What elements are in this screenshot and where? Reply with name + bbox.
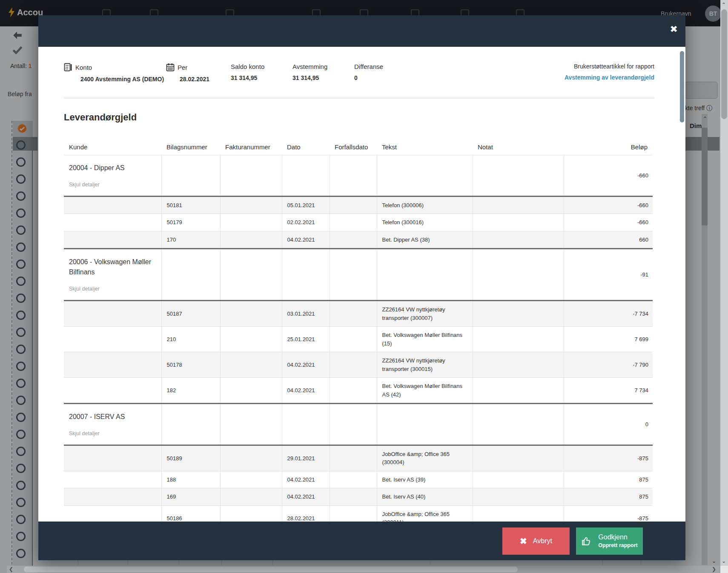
support-article-link[interactable]: Avstemming av leverandørgjeld bbox=[565, 74, 654, 81]
cell-dato: 04.02.2021 bbox=[282, 352, 330, 378]
toggle-details-link[interactable]: Skjul detaljer bbox=[69, 174, 156, 191]
cell-fakturanummer bbox=[220, 196, 282, 214]
cell-kunde bbox=[64, 196, 161, 214]
vertical-scrollbar-thumb[interactable] bbox=[721, 9, 727, 119]
cell-bilagsnummer: 50178 bbox=[161, 352, 220, 378]
konto-label: Konto bbox=[75, 64, 92, 71]
horizontal-scrollbar[interactable]: ❮ ❯ bbox=[7, 566, 719, 573]
group-forfallsdato-cell bbox=[330, 155, 377, 197]
group-forfallsdato-cell bbox=[330, 404, 377, 445]
header-dato: Dato bbox=[282, 141, 330, 155]
avstemming-value: 31 314,95 bbox=[292, 74, 354, 81]
cell-belop: -875 bbox=[564, 445, 653, 471]
cell-forfallsdato bbox=[330, 488, 377, 506]
cell-forfallsdato bbox=[330, 378, 377, 404]
cell-tekst: ZZ26164 VW nyttkjøretøy transporter (300… bbox=[377, 301, 473, 327]
cell-dato: 28.02.2021 bbox=[282, 505, 330, 522]
cell-tekst: Telefon (300006) bbox=[377, 196, 473, 214]
report-modal: ✖ Konto 2400 Avstemming AS (DEMO) Per 28… bbox=[38, 15, 685, 560]
detail-row: 5017804.02.2021ZZ26164 VW nyttkjøretøy t… bbox=[64, 352, 653, 378]
detail-row: 18204.02.2021Bet. Volkswagen Møller Bilf… bbox=[64, 378, 653, 404]
report-table-body: 20004 - Dipper ASSkjul detaljer-66050181… bbox=[64, 155, 653, 522]
scroll-left-icon[interactable]: ❮ bbox=[9, 566, 13, 572]
toggle-details-link[interactable]: Skjul detaljer bbox=[69, 278, 156, 296]
info-saldo: Saldo konto 31 314,95 bbox=[231, 63, 292, 81]
group-forfallsdato-cell bbox=[330, 249, 377, 301]
calendar-icon bbox=[166, 63, 175, 71]
group-name: 20004 - Dipper AS bbox=[69, 160, 156, 174]
cell-notat bbox=[473, 231, 564, 249]
cell-fakturanummer bbox=[220, 378, 282, 404]
cell-bilagsnummer: 210 bbox=[161, 327, 220, 352]
cancel-x-icon: ✖ bbox=[520, 536, 527, 546]
cell-dato: 04.02.2021 bbox=[282, 378, 330, 404]
cell-bilagsnummer: 169 bbox=[161, 488, 220, 506]
horizontal-scrollbar-thumb[interactable] bbox=[24, 567, 518, 572]
cell-tekst: JobOffice &amp; Office 365 (300004) bbox=[377, 445, 473, 471]
group-amount: 0 bbox=[564, 404, 653, 445]
group-notat-cell bbox=[473, 155, 564, 197]
close-icon[interactable]: ✖ bbox=[670, 25, 678, 34]
cell-tekst: Bet. Volkswagen Møller Bilfinans (15) bbox=[377, 327, 473, 352]
scroll-up-icon[interactable]: ⌃ bbox=[722, 2, 726, 8]
header-fakturanummer: Fakturanummer bbox=[220, 141, 282, 155]
cell-tekst: JobOffice &amp; Office 365 (300011) bbox=[377, 505, 473, 522]
cell-forfallsdato bbox=[330, 214, 377, 231]
group-tekst-cell bbox=[377, 249, 473, 301]
thumbs-up-icon bbox=[581, 536, 592, 547]
cell-belop: -660 bbox=[564, 196, 653, 214]
info-konto: Konto 2400 Avstemming AS (DEMO) bbox=[64, 63, 166, 83]
cell-kunde bbox=[64, 445, 161, 471]
cell-tekst: Bet. Dipper AS (38) bbox=[377, 231, 473, 249]
cell-dato: 04.02.2021 bbox=[282, 488, 330, 506]
cell-kunde bbox=[64, 471, 161, 488]
group-fakturanummer-cell bbox=[220, 155, 282, 197]
cell-notat bbox=[473, 301, 564, 327]
header-belop: Beløp bbox=[564, 141, 653, 155]
approve-button[interactable]: Godkjenn Opprett rapport bbox=[576, 527, 643, 555]
scroll-down-icon[interactable]: ⌄ bbox=[722, 558, 726, 564]
group-kunde-cell: 20006 - Volkswagen Møller BilfinansSkjul… bbox=[64, 249, 161, 301]
group-amount: -660 bbox=[564, 155, 653, 197]
detail-row: 5018929.01.2021JobOffice &amp; Office 36… bbox=[64, 445, 653, 471]
cell-bilagsnummer: 170 bbox=[161, 231, 220, 249]
detail-row: 5018703.01.2021ZZ26164 VW nyttkjøretøy t… bbox=[64, 301, 653, 327]
toggle-details-link[interactable]: Skjul detaljer bbox=[69, 423, 156, 440]
group-name: 20006 - Volkswagen Møller Bilfinans bbox=[69, 254, 156, 278]
group-fakturanummer-cell bbox=[220, 404, 282, 445]
cell-tekst: Bet. Iserv AS (40) bbox=[377, 488, 473, 506]
cell-kunde bbox=[64, 301, 161, 327]
detail-row: 5018628.02.2021JobOffice &amp; Office 36… bbox=[64, 505, 653, 522]
saldo-label: Saldo konto bbox=[231, 63, 264, 70]
cell-belop: -660 bbox=[564, 214, 653, 231]
group-dato-cell bbox=[282, 249, 330, 301]
modal-scrollbar[interactable] bbox=[680, 49, 684, 517]
scroll-right-icon[interactable]: ❯ bbox=[712, 566, 716, 572]
avstemming-label: Avstemming bbox=[292, 63, 327, 70]
cell-belop: -7 790 bbox=[564, 352, 653, 378]
divider bbox=[64, 98, 654, 98]
group-notat-cell bbox=[473, 404, 564, 445]
scrollbar-corner bbox=[720, 566, 728, 573]
group-bilagsnummer-cell bbox=[161, 404, 220, 445]
cell-belop: -875 bbox=[564, 505, 653, 522]
cell-forfallsdato bbox=[330, 327, 377, 352]
modal-body: Konto 2400 Avstemming AS (DEMO) Per 28.0… bbox=[38, 47, 685, 522]
cell-kunde bbox=[64, 488, 161, 506]
cell-notat bbox=[473, 327, 564, 352]
cell-notat bbox=[473, 488, 564, 506]
cancel-button[interactable]: ✖ Avbryt bbox=[502, 527, 570, 555]
cell-fakturanummer bbox=[220, 488, 282, 506]
vertical-scrollbar[interactable]: ⌃ ⌄ bbox=[720, 0, 728, 566]
report-info-strip: Konto 2400 Avstemming AS (DEMO) Per 28.0… bbox=[64, 63, 654, 83]
group-row: 20007 - ISERV ASSkjul detaljer0 bbox=[64, 404, 653, 445]
support-label: Brukerstøtteartikkel for rapport bbox=[565, 63, 654, 70]
cell-bilagsnummer: 182 bbox=[161, 378, 220, 404]
cell-tekst: Bet. Volkswagen Møller Bilfinans AS (42) bbox=[377, 378, 473, 404]
info-support: Brukerstøtteartikkel for rapport Avstemm… bbox=[565, 63, 654, 81]
group-kunde-cell: 20007 - ISERV ASSkjul detaljer bbox=[64, 404, 161, 445]
modal-scrollbar-thumb[interactable] bbox=[680, 51, 684, 123]
group-notat-cell bbox=[473, 249, 564, 301]
cell-dato: 25.01.2021 bbox=[282, 327, 330, 352]
cell-kunde bbox=[64, 505, 161, 522]
